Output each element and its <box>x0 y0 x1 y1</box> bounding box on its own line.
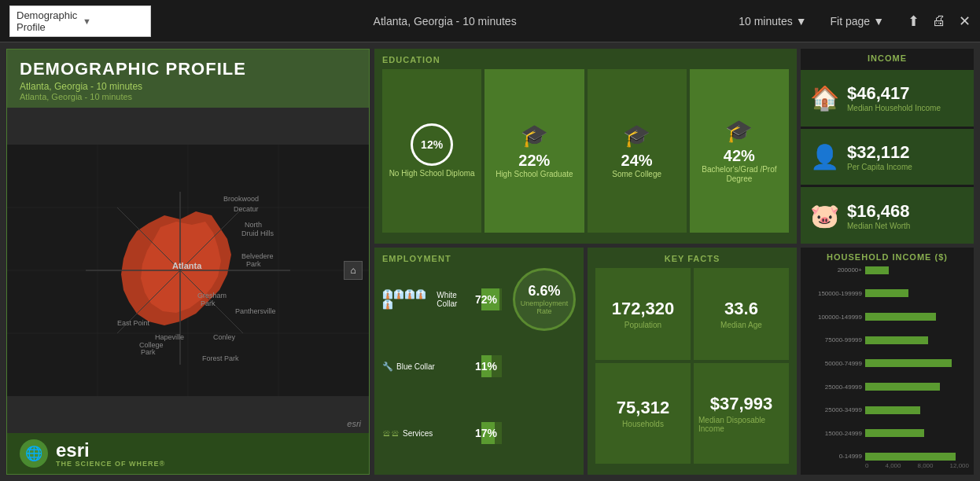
income-value-2: $16,468 <box>847 201 910 222</box>
hh-bar-label: 150000-199999 <box>805 290 862 297</box>
hh-bar-label: 50000-74999 <box>805 360 862 367</box>
hh-bar-fill <box>865 453 956 461</box>
edu-circle-0: 12% <box>411 123 453 166</box>
map-area[interactable]: Atlanta North Druid Hills Belvedere Park… <box>7 108 369 433</box>
right-panels: EDUCATION 12% No High School Diploma 🎓 2… <box>374 49 974 475</box>
svg-text:Panthersville: Panthersville <box>235 307 276 315</box>
svg-text:Druid Hills: Druid Hills <box>241 229 274 237</box>
hh-bar-row: 50000-74999 <box>805 359 969 367</box>
graduation-icon-1: 🎓 <box>521 123 548 149</box>
hh-bar-row: 25000-49999 <box>805 383 969 391</box>
income-label-2: Median Net Worth <box>847 222 910 230</box>
title-select-label: Demographic Profile <box>17 9 78 33</box>
emp-pct-2: 17% <box>475 427 497 439</box>
edu-label-2: Some College <box>612 170 661 179</box>
title-select-arrow: ▼ <box>83 17 144 26</box>
kf-card-1: 33.6 Median Age <box>694 268 789 360</box>
panel-subtitle2: Atlanta, Georgia - 10 minutes <box>20 92 356 101</box>
income-value-0: $46,417 <box>847 83 941 104</box>
services-icons: 🛎🛎 <box>382 428 400 438</box>
map-home-button[interactable]: ⌂ <box>344 261 363 280</box>
hh-axis-label: 0 <box>865 462 868 469</box>
svg-text:Forest Park: Forest Park <box>202 354 239 362</box>
edu-item-3: 🎓 42% Bachelor's/Grad /Prof Degree <box>690 69 789 233</box>
print-icon[interactable]: 🖨 <box>932 13 946 29</box>
svg-text:Park: Park <box>141 348 156 356</box>
esri-tagline: THE SCIENCE OF WHERE® <box>56 460 165 468</box>
svg-text:Atlanta: Atlanta <box>172 261 202 270</box>
main-content: DEMOGRAPHIC PROFILE Atlanta, Georgia - 1… <box>0 42 980 481</box>
kf-card-0: 172,320 Population <box>595 268 691 360</box>
hh-bar-label: 0-14999 <box>805 453 862 460</box>
left-header: DEMOGRAPHIC PROFILE Atlanta, Georgia - 1… <box>7 50 369 105</box>
hh-axis-label: 8,000 <box>917 462 933 469</box>
edu-pct-2: 24% <box>621 152 653 170</box>
esri-globe-icon: 🌐 <box>20 439 48 468</box>
income-value-1: $32,112 <box>847 142 912 163</box>
unemployment-label: Unemployment Rate <box>515 299 573 317</box>
edu-label-3: Bachelor's/Grad /Prof Degree <box>693 165 786 184</box>
title-select[interactable]: Demographic Profile ▼ <box>9 6 151 37</box>
kf-value-0: 172,320 <box>612 299 675 319</box>
income-card-1: 👤 $32,112 Per Capita Income <box>801 129 974 185</box>
income-info-2: $16,468 Median Net Worth <box>847 201 910 230</box>
hh-bar-label: 25000-34999 <box>805 406 862 413</box>
hh-bar-label: 15000-24999 <box>805 430 862 437</box>
employment-section: EMPLOYMENT 👔👔👔👔👔 White Collar 72% <box>374 248 584 475</box>
hh-axis-label: 4,000 <box>885 462 901 469</box>
household-income-section: HOUSEHOLD INCOME ($) 200000+150000-19999… <box>801 248 974 475</box>
employment-title: EMPLOYMENT <box>382 254 576 263</box>
share-icon[interactable]: ⬆ <box>908 13 919 30</box>
emp-row-2: 🛎🛎 Services 17% <box>382 402 502 465</box>
svg-text:East Point: East Point <box>117 319 150 327</box>
household-income-chart: 200000+150000-199999100000-14999975000-9… <box>805 266 969 461</box>
hh-bar-label: 200000+ <box>805 266 862 274</box>
hh-bar-label: 100000-149999 <box>805 314 862 321</box>
kf-label-2: Households <box>622 420 664 428</box>
hh-bar-row: 0-14999 <box>805 453 969 461</box>
hh-bar-row: 100000-149999 <box>805 313 969 321</box>
panel-subtitle: Atlanta, Georgia - 10 minutes <box>20 81 356 92</box>
income-info-0: $46,417 Median Household Income <box>847 83 941 112</box>
edu-item-0: 12% No High School Diploma <box>382 69 481 233</box>
emp-label-1: Blue Collar <box>396 362 435 371</box>
emp-bar-area-0: 72% <box>481 288 502 310</box>
emp-row-1: 🔧 Blue Collar 11% <box>382 335 502 398</box>
blue-collar-icons: 🔧 <box>382 362 393 372</box>
education-section: EDUCATION 12% No High School Diploma 🎓 2… <box>374 49 797 244</box>
kf-value-3: $37,993 <box>710 394 773 414</box>
left-panel: DEMOGRAPHIC PROFILE Atlanta, Georgia - 1… <box>6 49 370 475</box>
emp-label-area-0: 👔👔👔👔👔 White Collar <box>382 289 477 310</box>
topbar: Demographic Profile ▼ Atlanta, Georgia -… <box>0 0 980 42</box>
emp-pct-0: 72% <box>475 293 497 306</box>
hh-bar-fill <box>865 313 936 321</box>
edu-item-1: 🎓 22% High School Graduate <box>484 69 584 233</box>
income-label-0: Median Household Income <box>847 104 941 112</box>
svg-text:Park: Park <box>201 299 216 307</box>
fit-page-label: Fit page <box>831 15 871 28</box>
bottom-row: EMPLOYMENT 👔👔👔👔👔 White Collar 72% <box>374 248 974 475</box>
svg-text:Gresham: Gresham <box>197 292 227 299</box>
emp-label-2: Services <box>403 429 433 438</box>
graduation-icon-3: 🎓 <box>725 118 753 144</box>
fit-page-control[interactable]: Fit page ▼ <box>831 15 884 28</box>
income-section: INCOME 🏠 $46,417 Median Household Income… <box>801 49 974 244</box>
hh-bar-row: 200000+ <box>805 266 969 274</box>
hh-bar-fill <box>865 429 924 437</box>
keyfacts-grid: 172,320 Population 33.6 Median Age 75,31… <box>595 268 789 464</box>
person-income-icon: 👤 <box>810 143 839 171</box>
hh-bar-row: 75000-99999 <box>805 336 969 344</box>
employment-bars: 👔👔👔👔👔 White Collar 72% 🔧 B <box>382 268 502 465</box>
svg-text:Park: Park <box>246 260 261 268</box>
kf-card-2: 75,312 Households <box>595 363 691 464</box>
kf-label-3: Median Disposable Income <box>698 416 784 433</box>
time-filter[interactable]: 10 minutes ▼ <box>739 15 806 28</box>
emp-label-area-2: 🛎🛎 Services <box>382 428 477 438</box>
unemployment-pct: 6.6% <box>528 283 560 299</box>
svg-text:Brookwood: Brookwood <box>223 195 259 203</box>
svg-text:North: North <box>245 221 262 229</box>
education-items: 12% No High School Diploma 🎓 22% High Sc… <box>382 69 789 233</box>
close-icon[interactable]: ✕ <box>959 13 971 30</box>
household-income-axis: 04,0008,00012,000 <box>805 462 969 469</box>
svg-text:Decatur: Decatur <box>234 205 259 213</box>
